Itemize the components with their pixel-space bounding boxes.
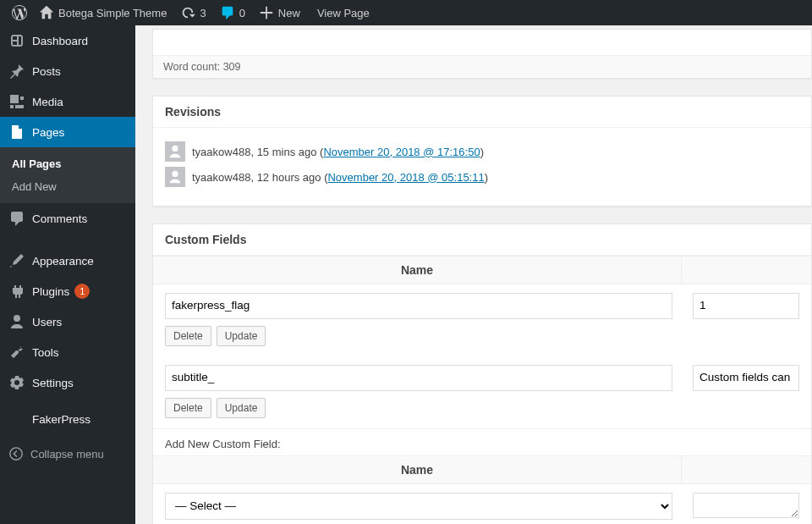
revision-row: tyaakow488, 12 hours ago (November 20, 2… <box>165 167 799 187</box>
sidebar-submenu-pages: All Pages Add New <box>0 147 135 203</box>
cf-name-header: Name <box>153 256 681 284</box>
sidebar-item-appearance[interactable]: Appearance <box>0 245 135 276</box>
sidebar-item-label: FakerPress <box>32 413 91 426</box>
main-content: Word count: 309 Revisions tyaakow488, 15… <box>135 25 812 524</box>
sidebar-item-dashboard[interactable]: Dashboard <box>0 25 135 56</box>
sidebar-item-tools[interactable]: Tools <box>0 337 135 367</box>
wp-logo-icon[interactable] <box>7 0 32 25</box>
cf-value-header <box>681 256 811 284</box>
site-link[interactable]: Botega Simple Theme <box>32 0 173 25</box>
cf-value-input[interactable] <box>693 293 799 319</box>
comment-icon <box>220 5 235 20</box>
home-icon <box>39 5 54 20</box>
cf-name-header2: Name <box>153 455 681 484</box>
update-icon <box>180 5 195 20</box>
admin-sidebar: Dashboard Posts Media Pages All Pages Ad… <box>0 25 135 524</box>
revision-ago: 15 mins ago <box>257 146 317 158</box>
svg-point-0 <box>10 448 22 460</box>
sidebar-item-label: Comments <box>32 212 87 225</box>
revision-row: tyaakow488, 15 mins ago (November 20, 20… <box>165 141 799 162</box>
cf-row-buttons: Delete Update <box>153 319 811 356</box>
delete-button[interactable]: Delete <box>165 398 211 418</box>
submenu-add-new[interactable]: Add New <box>0 175 135 198</box>
comments-link[interactable]: 0 <box>213 0 252 25</box>
plus-icon <box>259 5 274 20</box>
cf-row <box>153 356 811 391</box>
comments-count: 0 <box>239 7 245 19</box>
new-link[interactable]: New <box>252 0 307 25</box>
add-new-cf-label: Add New Custom Field: <box>153 429 811 455</box>
sidebar-item-label: Users <box>32 316 62 328</box>
plugin-icon <box>8 283 25 300</box>
sidebar-item-label: Media <box>32 96 63 108</box>
plugins-badge: 1 <box>74 284 90 299</box>
collapse-menu[interactable]: Collapse menu <box>0 439 135 468</box>
pin-icon <box>8 63 25 80</box>
sidebar-item-label: Pages <box>32 126 64 139</box>
revisions-box: Revisions tyaakow488, 15 mins ago (Novem… <box>152 96 812 207</box>
custom-fields-box: Custom Fields Name Delete Update Delete … <box>152 223 812 524</box>
sidebar-item-posts[interactable]: Posts <box>0 56 135 86</box>
sidebar-item-label: Settings <box>32 377 74 389</box>
update-button[interactable]: Update <box>217 326 266 346</box>
revisions-heading: Revisions <box>153 97 811 128</box>
sidebar-item-users[interactable]: Users <box>0 306 135 337</box>
cf-new-value[interactable] <box>693 493 799 518</box>
revision-link[interactable]: November 20, 2018 @ 05:15:11 <box>327 171 484 184</box>
cf-name-select[interactable]: — Select — <box>165 493 672 520</box>
sidebar-item-pages[interactable]: Pages <box>0 117 135 147</box>
custom-fields-heading: Custom Fields <box>153 224 811 256</box>
delete-button[interactable]: Delete <box>165 326 211 346</box>
cf-row-buttons: Delete Update <box>153 391 811 429</box>
new-label: New <box>278 7 300 19</box>
sidebar-item-fakerpress[interactable]: FakerPress <box>0 406 135 433</box>
word-count: Word count: 309 <box>153 55 811 78</box>
sidebar-item-label: Plugins <box>32 285 69 298</box>
wrench-icon <box>8 344 25 361</box>
comment-icon <box>8 210 25 227</box>
sidebar-item-media[interactable]: Media <box>0 86 135 117</box>
page-icon <box>8 124 25 141</box>
sidebar-item-comments[interactable]: Comments <box>0 203 135 234</box>
sidebar-item-label: Appearance <box>32 255 94 268</box>
updates-count: 3 <box>200 7 206 19</box>
cf-value-input[interactable] <box>693 365 799 391</box>
sidebar-item-settings[interactable]: Settings <box>0 367 135 398</box>
cf-name-input[interactable] <box>165 293 672 319</box>
updates-link[interactable]: 3 <box>173 0 212 25</box>
revision-author: tyaakow488 <box>192 146 250 158</box>
revision-author: tyaakow488 <box>192 171 250 184</box>
sidebar-item-plugins[interactable]: Plugins 1 <box>0 276 135 306</box>
update-button[interactable]: Update <box>217 398 266 418</box>
collapse-label: Collapse menu <box>30 448 104 461</box>
editor-box: Word count: 309 <box>152 29 812 79</box>
sidebar-item-label: Dashboard <box>32 35 88 47</box>
settings-icon <box>8 374 25 391</box>
sidebar-item-label: Posts <box>32 65 61 78</box>
collapse-icon <box>8 446 24 461</box>
site-name: Botega Simple Theme <box>58 7 167 19</box>
view-page-label: View Page <box>317 7 370 19</box>
user-icon <box>8 313 25 330</box>
view-page-link[interactable]: View Page <box>310 0 376 25</box>
admin-toolbar: Botega Simple Theme 3 0 New View Page <box>0 0 812 25</box>
media-icon <box>8 93 25 110</box>
cf-row <box>153 284 811 319</box>
cf-name-input[interactable] <box>165 365 672 391</box>
avatar-icon <box>165 141 185 162</box>
dashboard-icon <box>8 32 25 49</box>
revision-ago: 12 hours ago <box>257 171 321 184</box>
brush-icon <box>8 252 25 269</box>
submenu-all-pages[interactable]: All Pages <box>0 152 135 175</box>
revision-link[interactable]: November 20, 2018 @ 17:16:50 <box>323 146 480 158</box>
sidebar-item-label: Tools <box>32 346 59 359</box>
avatar-icon <box>165 167 185 187</box>
cf-new-row: — Select — <box>153 484 811 521</box>
enter-new-link[interactable]: Enter new <box>153 521 224 524</box>
